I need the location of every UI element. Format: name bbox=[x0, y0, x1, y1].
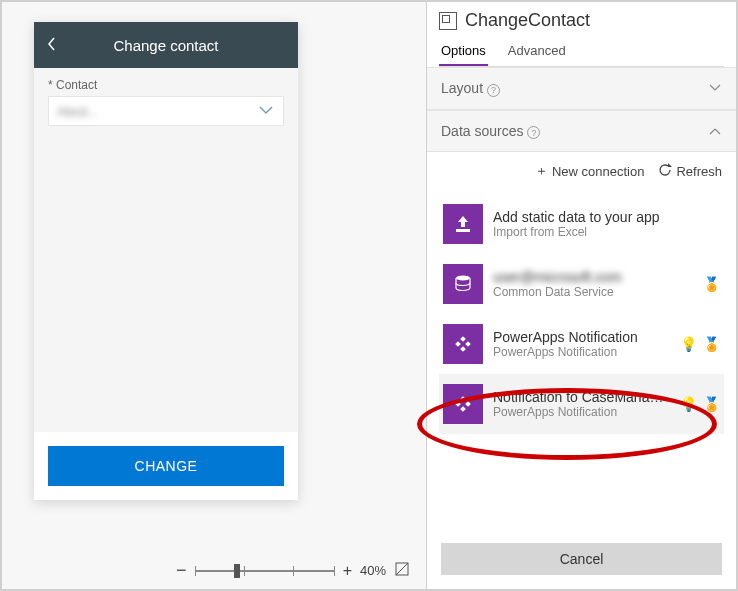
svg-rect-7 bbox=[460, 396, 466, 402]
tab-advanced[interactable]: Advanced bbox=[506, 37, 568, 66]
dropdown-value: Abcd... bbox=[57, 104, 97, 119]
upload-icon bbox=[443, 204, 483, 244]
zoom-percent: 40% bbox=[360, 563, 386, 578]
new-connection-button[interactable]: ＋ New connection bbox=[535, 162, 645, 180]
diamond-icon bbox=[443, 384, 483, 424]
svg-rect-4 bbox=[455, 341, 461, 347]
app-preview: Change contact * Contact Abcd... CHANGE bbox=[34, 22, 298, 500]
svg-rect-9 bbox=[465, 401, 471, 407]
zoom-in-button[interactable]: + bbox=[343, 562, 352, 580]
plus-icon: ＋ bbox=[535, 162, 548, 180]
design-canvas: Change contact * Contact Abcd... CHANGE … bbox=[2, 2, 426, 589]
svg-rect-6 bbox=[460, 346, 466, 352]
properties-panel: ChangeContact Options Advanced Layout? D… bbox=[426, 2, 736, 589]
svg-rect-5 bbox=[465, 341, 471, 347]
help-icon[interactable]: ? bbox=[487, 84, 500, 97]
help-icon[interactable]: ? bbox=[527, 126, 540, 139]
svg-rect-8 bbox=[455, 401, 461, 407]
diamond-icon bbox=[443, 324, 483, 364]
data-source-item[interactable]: user@microsoft.com Common Data Service 🏅 bbox=[439, 254, 724, 314]
contact-label: * Contact bbox=[48, 78, 284, 92]
refresh-button[interactable]: Refresh bbox=[658, 162, 722, 180]
ds-subtitle: PowerApps Notification bbox=[493, 405, 670, 419]
tab-options[interactable]: Options bbox=[439, 37, 488, 66]
svg-rect-10 bbox=[460, 406, 466, 412]
zoom-slider[interactable] bbox=[195, 570, 335, 572]
section-layout[interactable]: Layout? bbox=[427, 67, 736, 110]
zoom-out-button[interactable]: − bbox=[176, 560, 187, 581]
ds-title: user@microsoft.com bbox=[493, 269, 693, 285]
ds-title: Notification to CaseManageme... bbox=[493, 389, 670, 405]
svg-rect-3 bbox=[460, 336, 466, 342]
fit-screen-icon[interactable] bbox=[394, 561, 410, 580]
data-source-list: Add static data to your app Import from … bbox=[427, 190, 736, 529]
chevron-down-icon bbox=[708, 80, 722, 96]
screen-icon bbox=[439, 12, 457, 30]
database-icon bbox=[443, 264, 483, 304]
ds-title: PowerApps Notification bbox=[493, 329, 670, 345]
screen-header: Change contact bbox=[34, 22, 298, 68]
change-button[interactable]: CHANGE bbox=[48, 446, 284, 486]
ribbon-icon: 🏅 bbox=[703, 396, 720, 412]
bulb-icon: 💡 bbox=[680, 396, 697, 412]
data-source-item[interactable]: Add static data to your app Import from … bbox=[439, 194, 724, 254]
ds-subtitle: PowerApps Notification bbox=[493, 345, 670, 359]
panel-tabs: Options Advanced bbox=[439, 37, 724, 67]
ds-title: Add static data to your app bbox=[493, 209, 720, 225]
refresh-icon bbox=[658, 163, 672, 180]
cancel-button[interactable]: Cancel bbox=[441, 543, 722, 575]
ds-subtitle: Common Data Service bbox=[493, 285, 693, 299]
section-datasources-label: Data sources bbox=[441, 123, 523, 139]
bulb-icon: 💡 bbox=[680, 336, 697, 352]
panel-title: ChangeContact bbox=[465, 10, 590, 31]
ribbon-icon: 🏅 bbox=[703, 276, 720, 292]
ribbon-icon: 🏅 bbox=[703, 336, 720, 352]
svg-rect-1 bbox=[456, 229, 470, 232]
screen-title: Change contact bbox=[46, 37, 286, 54]
chevron-down-icon bbox=[257, 103, 275, 120]
svg-point-2 bbox=[456, 276, 470, 281]
contact-dropdown[interactable]: Abcd... bbox=[48, 96, 284, 126]
section-data-sources[interactable]: Data sources? bbox=[427, 110, 736, 153]
data-source-item[interactable]: PowerApps Notification PowerApps Notific… bbox=[439, 314, 724, 374]
chevron-up-icon bbox=[708, 123, 722, 139]
zoom-control: − + 40% bbox=[176, 560, 410, 581]
section-layout-label: Layout bbox=[441, 80, 483, 96]
ds-subtitle: Import from Excel bbox=[493, 225, 720, 239]
data-source-item[interactable]: Notification to CaseManageme... PowerApp… bbox=[439, 374, 724, 434]
